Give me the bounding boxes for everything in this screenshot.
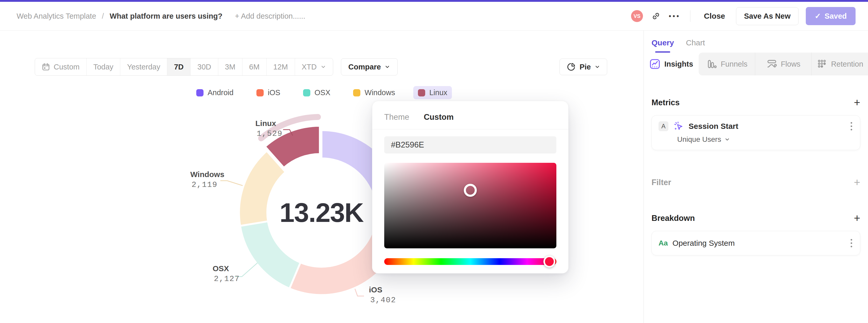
tab-retention[interactable]: Retention <box>811 53 868 75</box>
color-picker-popup: Theme Custom <box>372 101 568 273</box>
slice-label-name: OSX <box>213 263 240 274</box>
link-icon <box>651 11 660 21</box>
chart-center-total: 13.23K <box>279 197 363 228</box>
breadcrumb-root[interactable]: Web Analytics Template <box>17 12 96 21</box>
metrics-title: Metrics <box>652 98 680 107</box>
add-filter-button[interactable]: + <box>854 177 860 188</box>
tab-label: Chart <box>686 38 705 47</box>
aggregation-select[interactable]: Unique Users <box>677 135 853 143</box>
cursor-sparkle-icon <box>673 121 684 132</box>
tab-custom[interactable]: Custom <box>424 112 454 122</box>
series-badge: A <box>658 121 669 131</box>
tab-label: Flows <box>781 60 801 68</box>
slice-label-value: 1,529 <box>255 129 283 139</box>
breakdown-title: Breakdown <box>652 214 695 223</box>
tab-funnels[interactable]: Funnels <box>699 53 755 75</box>
retention-icon <box>816 59 827 69</box>
slice-label-name: Windows <box>190 169 224 180</box>
ellipsis-icon: ••• <box>669 12 680 20</box>
check-icon: ✓ <box>815 12 821 21</box>
more-options-button[interactable]: ••• <box>669 10 680 22</box>
page-title[interactable]: What platform are users using? <box>110 12 222 21</box>
slice-label-value: 3,402 <box>369 295 396 305</box>
slice-label-value: 2,127 <box>213 274 240 284</box>
saturation-value-area[interactable] <box>384 163 556 248</box>
add-metric-button[interactable]: + <box>854 97 860 108</box>
tab-label: Funnels <box>721 60 747 68</box>
chevron-down-icon <box>724 137 730 142</box>
breakdown-card[interactable]: Aa Operating System <box>652 231 860 255</box>
breakdown-options-button[interactable] <box>849 238 853 248</box>
header-actions: VS ••• Close Save As New ✓ Saved <box>631 7 856 25</box>
sidebar-tabs: Query Chart <box>644 31 868 53</box>
slice-label-value: 2,119 <box>190 180 224 190</box>
tab-label: Retention <box>831 60 863 68</box>
sidebar-body: Metrics + A Session Start <box>644 97 868 255</box>
hex-color-input[interactable] <box>384 136 556 154</box>
tab-insights[interactable]: Insights <box>644 53 699 75</box>
breadcrumb-separator: / <box>102 12 104 21</box>
top-accent-bar <box>0 0 868 2</box>
avatar[interactable]: VS <box>631 10 643 22</box>
picker-divider <box>372 129 568 129</box>
slice-label-ios: iOS3,402 <box>369 285 396 305</box>
breakdown-property-name[interactable]: Operating System <box>673 239 735 248</box>
slice-label-windows: Windows2,119 <box>190 169 224 190</box>
add-description-button[interactable]: + Add description...... <box>235 12 305 21</box>
breadcrumb: Web Analytics Template / What platform a… <box>17 12 305 21</box>
funnels-icon <box>706 59 717 69</box>
insights-icon <box>649 58 660 70</box>
tab-query[interactable]: Query <box>652 38 674 53</box>
filter-section-header: Filter + <box>652 177 860 188</box>
chart-area: Custom Today Yesterday 7D 30D 3M 6M 12M … <box>0 31 644 323</box>
metric-row: A Session Start <box>658 121 853 132</box>
tab-chart[interactable]: Chart <box>686 38 705 53</box>
saved-button[interactable]: ✓ Saved <box>806 7 856 25</box>
header-divider <box>690 10 690 22</box>
filter-title: Filter <box>652 178 671 187</box>
hue-slider[interactable] <box>384 258 556 265</box>
header: Web Analytics Template / What platform a… <box>0 2 868 31</box>
close-button[interactable]: Close <box>704 12 725 21</box>
color-cursor[interactable] <box>464 184 477 197</box>
inactive-tabs-block: Funnels Flows <box>699 53 868 75</box>
label-connector-ios <box>355 289 364 296</box>
aggregation-label: Unique Users <box>677 135 721 143</box>
query-sidebar: Query Chart <box>644 31 868 323</box>
property-type-badge: Aa <box>658 239 668 247</box>
metrics-section-header: Metrics + <box>652 97 860 108</box>
tab-theme[interactable]: Theme <box>384 112 409 122</box>
web-analytics-app: Web Analytics Template / What platform a… <box>0 0 868 323</box>
slice-label-linux: Linux1,529 <box>255 118 283 139</box>
breakdown-section-header: Breakdown + <box>652 213 860 224</box>
share-link-button[interactable] <box>650 10 662 22</box>
tab-label: Query <box>652 38 674 47</box>
insight-type-tabs: Insights Funnels <box>644 53 868 75</box>
add-breakdown-button[interactable]: + <box>854 213 860 224</box>
save-as-new-button[interactable]: Save As New <box>736 7 799 25</box>
tab-label: Insights <box>664 60 693 68</box>
hue-handle[interactable] <box>544 256 555 267</box>
metric-event-name[interactable]: Session Start <box>689 122 738 131</box>
metric-options-button[interactable] <box>849 121 853 131</box>
slice-label-name: Linux <box>255 118 283 129</box>
color-picker-tabs: Theme Custom <box>384 112 556 122</box>
tab-flows[interactable]: Flows <box>755 53 811 75</box>
main: Custom Today Yesterday 7D 30D 3M 6M 12M … <box>0 31 868 323</box>
saved-label: Saved <box>825 12 847 21</box>
flows-icon <box>766 59 777 69</box>
metric-card[interactable]: A Session Start Unique Users <box>652 115 860 150</box>
slice-label-name: iOS <box>369 285 396 295</box>
pie-slice-osx[interactable] <box>240 221 301 289</box>
slice-label-osx: OSX2,127 <box>213 263 240 284</box>
